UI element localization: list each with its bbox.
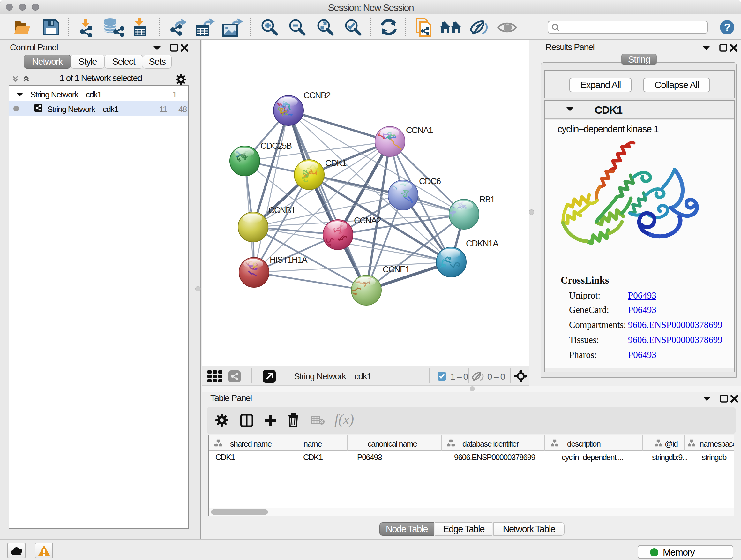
svg-text:HIST1H1A: HIST1H1A [270,255,308,265]
svg-text:CCNB1: CCNB1 [268,206,295,215]
svg-text:CDC25B: CDC25B [260,141,292,151]
svg-text:CDK1: CDK1 [325,159,347,168]
svg-text:CCNA2: CCNA2 [354,216,381,226]
svg-text:CCNE1: CCNE1 [383,265,410,274]
svg-text:CDKN1A: CDKN1A [466,239,498,248]
svg-text:CDC6: CDC6 [419,177,441,186]
svg-text:RB1: RB1 [479,195,495,204]
svg-text:CCNA1: CCNA1 [406,125,433,135]
svg-text:CCNB2: CCNB2 [304,91,331,100]
